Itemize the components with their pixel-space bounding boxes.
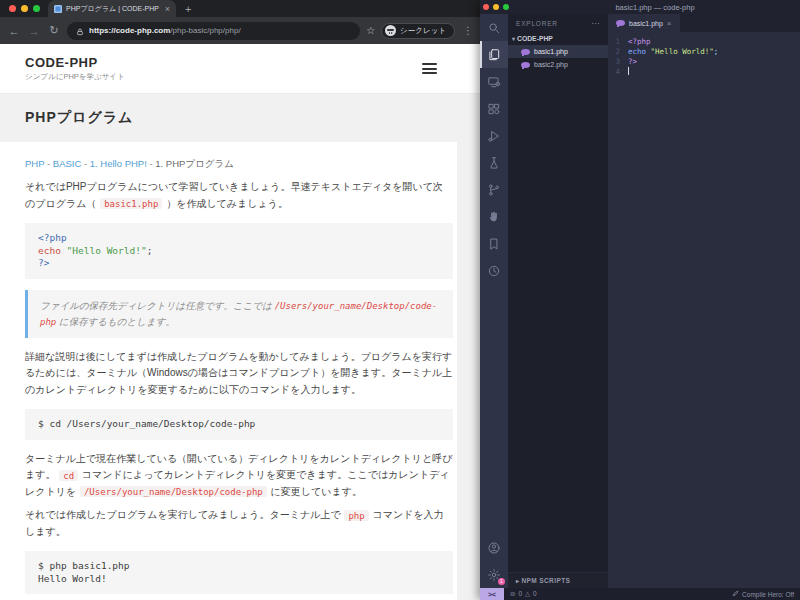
explorer-title: EXPLORER — [516, 20, 558, 27]
code-block-cd-command: $ cd /Users/your_name/Desktop/code-php — [25, 409, 453, 440]
browser-tab-strip: PHPプログラム | CODE-PHP × + — [0, 0, 480, 17]
inline-code: basic1.php — [100, 198, 162, 209]
explorer-sidebar: EXPLORER ⋯ ▾CODE-PHP basic1.phpbasic2.ph… — [508, 14, 608, 588]
settings-badge: 1 — [498, 578, 505, 585]
incognito-icon — [385, 25, 396, 36]
breadcrumb-separator: - — [81, 158, 89, 169]
breadcrumb-current: 1. PHPプログラム — [155, 158, 234, 169]
php-file-icon — [521, 49, 530, 55]
incognito-badge: シークレット — [381, 23, 455, 39]
tab-favicon — [54, 5, 62, 13]
zoom-window-button[interactable] — [503, 4, 509, 10]
vscode-window-title: basic1.php — code-php — [615, 3, 694, 12]
inline-code: cd — [59, 470, 78, 481]
editor-line[interactable]: 1<?php — [608, 36, 800, 46]
incognito-label: シークレット — [400, 26, 446, 36]
breadcrumb-link[interactable]: BASIC — [53, 158, 82, 169]
close-window-button[interactable] — [483, 4, 489, 10]
breadcrumb-link[interactable]: PHP — [25, 158, 44, 169]
compile-hero-label: Compile Hero: Off — [742, 591, 794, 598]
extensions-icon[interactable] — [480, 95, 508, 122]
vscode-window-controls — [483, 4, 509, 10]
url-text: https://code-php.com/php-basic/php/php/ — [89, 26, 241, 35]
file-item-basic2.php[interactable]: basic2.php — [508, 58, 608, 71]
inline-code: /Users/your_name/Desktop/code-php — [80, 486, 267, 497]
compile-hero-icon — [732, 590, 739, 598]
site-header: CODE-PHP シンプルにPHPを学ぶサイト — [0, 44, 480, 94]
new-tab-button[interactable]: + — [185, 3, 191, 15]
breadcrumb-link[interactable]: 1. Hello PHP! — [90, 158, 147, 169]
folder-code-php[interactable]: ▾CODE-PHP — [508, 32, 608, 45]
lock-icon — [76, 22, 84, 40]
close-window-button[interactable] — [9, 5, 16, 12]
remote-indicator[interactable]: >< — [480, 588, 504, 600]
article-content: PHP - BASIC - 1. Hello PHP! - 1. PHPプログラ… — [0, 142, 457, 600]
warnings-icon: △ — [525, 590, 530, 598]
web-page: CODE-PHP シンプルにPHPを学ぶサイト PHPプログラム PHP - B… — [0, 44, 480, 600]
vscode-title-bar: basic1.php — code-php — [480, 0, 800, 14]
file-item-basic1.php[interactable]: basic1.php — [508, 45, 608, 58]
browser-toolbar: ← → ↻ https://code-php.com/php-basic/php… — [0, 17, 480, 44]
url-host: https://code-php.com — [89, 26, 170, 35]
files-icon[interactable] — [480, 41, 508, 68]
code-block-php-source: <?phpecho "Hello World!";?> — [25, 223, 453, 279]
explorer-header: EXPLORER ⋯ — [508, 14, 608, 32]
minimize-window-button[interactable] — [493, 4, 499, 10]
bookmark-star-icon[interactable]: ☆ — [366, 25, 375, 36]
remote-icon[interactable] — [480, 68, 508, 95]
breadcrumb-separator: - — [147, 158, 155, 169]
code-line: $ cd /Users/your_name/Desktop/code-php — [38, 418, 440, 431]
text-cursor — [628, 67, 629, 75]
site-brand[interactable]: CODE-PHP — [25, 55, 125, 70]
hand-icon[interactable] — [480, 203, 508, 230]
errors-icon: ⊘ — [510, 590, 515, 598]
source-control-icon[interactable] — [480, 176, 508, 203]
npm-scripts-section[interactable]: ▸NPM SCRIPTS — [508, 572, 608, 588]
back-button[interactable]: ← — [7, 25, 21, 37]
page-title: PHPプログラム — [25, 109, 133, 127]
browser-menu-icon[interactable]: ⋮ — [463, 25, 473, 36]
editor-tab-label: basic1.php — [629, 20, 663, 27]
tab-title: PHPプログラム | CODE-PHP — [66, 4, 161, 14]
editor-line[interactable]: 2echo "Hello World!"; — [608, 46, 800, 56]
activity-bar: 1 — [480, 14, 508, 588]
minimize-window-button[interactable] — [21, 5, 28, 12]
search-icon[interactable] — [480, 14, 508, 41]
problems-indicator[interactable]: ⊘ 0 △ 0 — [504, 590, 537, 598]
code-line: ?> — [38, 257, 440, 270]
tab-close-icon[interactable]: × — [165, 5, 170, 13]
address-bar[interactable]: https://code-php.com/php-basic/php/php/ — [67, 22, 360, 40]
inline-code: /Users/your_name/Desktop/code-php — [40, 301, 437, 327]
editor-group: basic1.php × 1<?php2echo "Hello World!";… — [608, 14, 800, 588]
warnings-count: 0 — [533, 590, 537, 598]
php-file-icon — [521, 62, 530, 68]
run-icon[interactable] — [480, 122, 508, 149]
history-icon[interactable] — [480, 257, 508, 284]
browser-window: PHPプログラム | CODE-PHP × + ← → ↻ https://co… — [0, 0, 480, 600]
explorer-actions-icon[interactable]: ⋯ — [591, 19, 600, 28]
paragraph: ターミナル上で現在作業している（開いている）ディレクトリをカレントディレクトリと… — [25, 451, 453, 501]
code-editor[interactable]: 1<?php2echo "Hello World!";3?>4 — [608, 32, 800, 588]
paragraph: それではPHPプログラムについて学習していきましょう。早速テキストエディタを開い… — [25, 179, 453, 212]
php-file-icon — [616, 20, 625, 26]
settings-icon[interactable]: 1 — [480, 561, 508, 588]
code-line: $ php basic1.php — [38, 560, 440, 573]
account-icon[interactable] — [480, 534, 508, 561]
editor-line[interactable]: 4 — [608, 66, 800, 76]
compile-hero-status[interactable]: Compile Hero: Off — [732, 590, 800, 598]
window-controls — [9, 5, 40, 12]
test-icon[interactable] — [480, 149, 508, 176]
zoom-window-button[interactable] — [33, 5, 40, 12]
chevron-down-icon: ▾ — [512, 36, 515, 42]
tab-close-icon[interactable]: × — [667, 19, 672, 28]
hamburger-menu-icon[interactable] — [422, 61, 437, 77]
reload-button[interactable]: ↻ — [47, 24, 61, 37]
paragraph: 詳細な説明は後にしてまずは作成したプログラムを動かしてみましょう。プログラムを実… — [25, 349, 453, 399]
editor-tab-basic1[interactable]: basic1.php × — [608, 14, 680, 32]
site-brand-block: CODE-PHP シンプルにPHPを学ぶサイト — [25, 55, 125, 82]
editor-line[interactable]: 3?> — [608, 56, 800, 66]
forward-button[interactable]: → — [27, 25, 41, 37]
chevron-right-icon: ▸ — [516, 578, 519, 584]
bookmarks-icon[interactable] — [480, 230, 508, 257]
browser-tab[interactable]: PHPプログラム | CODE-PHP × — [48, 0, 176, 17]
